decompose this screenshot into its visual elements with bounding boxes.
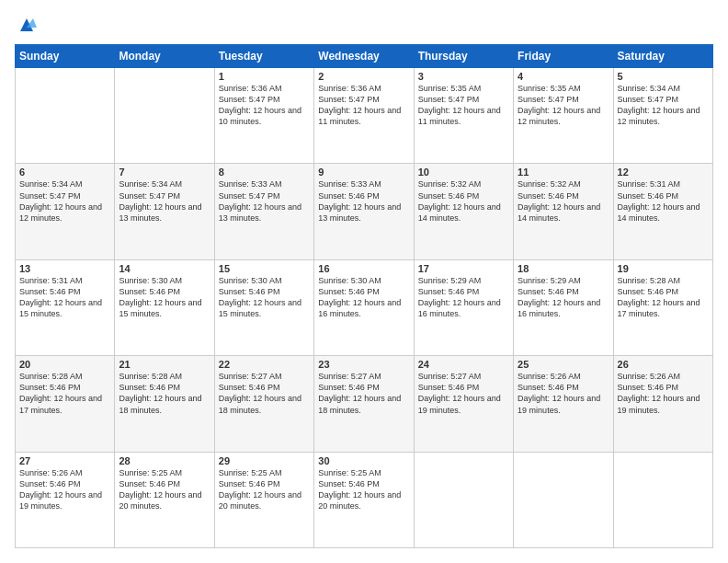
calendar-cell: 21Sunrise: 5:28 AM Sunset: 5:46 PM Dayli…	[115, 356, 214, 452]
calendar-cell: 19Sunrise: 5:28 AM Sunset: 5:46 PM Dayli…	[613, 259, 712, 355]
calendar-cell: 16Sunrise: 5:30 AM Sunset: 5:46 PM Dayli…	[314, 259, 414, 355]
day-info: Sunrise: 5:26 AM Sunset: 5:46 PM Dayligh…	[618, 371, 709, 416]
day-info: Sunrise: 5:34 AM Sunset: 5:47 PM Dayligh…	[19, 178, 110, 224]
day-info: Sunrise: 5:28 AM Sunset: 5:46 PM Dayligh…	[119, 371, 210, 416]
calendar-cell: 30Sunrise: 5:25 AM Sunset: 5:46 PM Dayli…	[314, 452, 414, 547]
day-info: Sunrise: 5:25 AM Sunset: 5:46 PM Dayligh…	[119, 467, 210, 512]
calendar-cell: 14Sunrise: 5:30 AM Sunset: 5:46 PM Dayli…	[115, 259, 214, 355]
day-number: 28	[119, 455, 210, 466]
calendar-cell: 17Sunrise: 5:29 AM Sunset: 5:46 PM Dayli…	[414, 259, 513, 355]
calendar-cell: 23Sunrise: 5:27 AM Sunset: 5:46 PM Dayli…	[314, 356, 414, 452]
calendar-cell: 15Sunrise: 5:30 AM Sunset: 5:46 PM Dayli…	[214, 259, 313, 355]
page: SundayMondayTuesdayWednesdayThursdayFrid…	[0, 0, 728, 563]
day-info: Sunrise: 5:28 AM Sunset: 5:46 PM Dayligh…	[618, 275, 709, 320]
day-info: Sunrise: 5:27 AM Sunset: 5:46 PM Dayligh…	[318, 371, 409, 416]
day-info: Sunrise: 5:30 AM Sunset: 5:46 PM Dayligh…	[318, 275, 409, 320]
day-number: 9	[318, 167, 409, 178]
calendar-cell: 12Sunrise: 5:31 AM Sunset: 5:46 PM Dayli…	[613, 164, 712, 259]
day-number: 15	[219, 263, 310, 274]
logo	[15, 15, 37, 35]
day-info: Sunrise: 5:34 AM Sunset: 5:47 PM Dayligh…	[119, 178, 210, 224]
weekday-header-wednesday: Wednesday	[314, 45, 414, 68]
weekday-header-friday: Friday	[514, 45, 613, 68]
day-info: Sunrise: 5:29 AM Sunset: 5:46 PM Dayligh…	[418, 275, 509, 320]
calendar-cell: 28Sunrise: 5:25 AM Sunset: 5:46 PM Dayli…	[115, 452, 214, 547]
day-info: Sunrise: 5:33 AM Sunset: 5:47 PM Dayligh…	[219, 178, 310, 224]
calendar-cell	[613, 452, 712, 547]
calendar-cell: 5Sunrise: 5:34 AM Sunset: 5:47 PM Daylig…	[613, 68, 712, 164]
logo-icon	[17, 15, 37, 35]
day-info: Sunrise: 5:29 AM Sunset: 5:46 PM Dayligh…	[518, 275, 609, 320]
calendar-cell: 18Sunrise: 5:29 AM Sunset: 5:46 PM Dayli…	[514, 259, 613, 355]
day-number: 13	[19, 263, 110, 274]
calendar-table: SundayMondayTuesdayWednesdayThursdayFrid…	[15, 44, 713, 548]
weekday-header-row: SundayMondayTuesdayWednesdayThursdayFrid…	[16, 45, 713, 68]
calendar-cell: 13Sunrise: 5:31 AM Sunset: 5:46 PM Dayli…	[16, 259, 115, 355]
calendar-cell	[16, 68, 115, 164]
weekday-header-saturday: Saturday	[613, 45, 712, 68]
calendar-cell: 6Sunrise: 5:34 AM Sunset: 5:47 PM Daylig…	[16, 164, 115, 259]
calendar-cell: 1Sunrise: 5:36 AM Sunset: 5:47 PM Daylig…	[214, 68, 313, 164]
day-number: 10	[418, 167, 509, 178]
day-number: 24	[418, 359, 509, 370]
calendar-cell: 20Sunrise: 5:28 AM Sunset: 5:46 PM Dayli…	[16, 356, 115, 452]
day-info: Sunrise: 5:33 AM Sunset: 5:46 PM Dayligh…	[318, 178, 409, 224]
day-info: Sunrise: 5:31 AM Sunset: 5:46 PM Dayligh…	[19, 275, 110, 320]
calendar-cell: 3Sunrise: 5:35 AM Sunset: 5:47 PM Daylig…	[414, 68, 513, 164]
day-number: 27	[19, 455, 110, 466]
day-info: Sunrise: 5:36 AM Sunset: 5:47 PM Dayligh…	[318, 83, 409, 128]
calendar-cell: 22Sunrise: 5:27 AM Sunset: 5:46 PM Dayli…	[214, 356, 313, 452]
calendar-cell: 24Sunrise: 5:27 AM Sunset: 5:46 PM Dayli…	[414, 356, 513, 452]
day-number: 23	[318, 359, 409, 370]
day-info: Sunrise: 5:28 AM Sunset: 5:46 PM Dayligh…	[19, 371, 110, 416]
calendar-cell	[514, 452, 613, 547]
day-number: 20	[19, 359, 110, 370]
calendar-cell: 8Sunrise: 5:33 AM Sunset: 5:47 PM Daylig…	[214, 164, 313, 259]
day-info: Sunrise: 5:36 AM Sunset: 5:47 PM Dayligh…	[219, 83, 310, 128]
calendar-week-1: 1Sunrise: 5:36 AM Sunset: 5:47 PM Daylig…	[16, 68, 713, 164]
calendar-cell: 9Sunrise: 5:33 AM Sunset: 5:46 PM Daylig…	[314, 164, 414, 259]
day-info: Sunrise: 5:30 AM Sunset: 5:46 PM Dayligh…	[219, 275, 310, 320]
day-number: 3	[418, 71, 509, 82]
day-number: 30	[318, 455, 409, 466]
day-number: 8	[219, 167, 310, 178]
day-number: 19	[618, 263, 709, 274]
calendar-week-3: 13Sunrise: 5:31 AM Sunset: 5:46 PM Dayli…	[16, 259, 713, 355]
day-number: 26	[618, 359, 709, 370]
calendar-cell	[414, 452, 513, 547]
day-info: Sunrise: 5:27 AM Sunset: 5:46 PM Dayligh…	[219, 371, 310, 416]
day-info: Sunrise: 5:25 AM Sunset: 5:46 PM Dayligh…	[318, 467, 409, 512]
calendar-cell: 25Sunrise: 5:26 AM Sunset: 5:46 PM Dayli…	[514, 356, 613, 452]
day-number: 7	[119, 167, 210, 178]
day-number: 17	[418, 263, 509, 274]
day-number: 4	[518, 71, 609, 82]
day-number: 16	[318, 263, 409, 274]
calendar-cell: 2Sunrise: 5:36 AM Sunset: 5:47 PM Daylig…	[314, 68, 414, 164]
calendar-week-4: 20Sunrise: 5:28 AM Sunset: 5:46 PM Dayli…	[16, 356, 713, 452]
day-number: 25	[518, 359, 609, 370]
calendar-cell: 4Sunrise: 5:35 AM Sunset: 5:47 PM Daylig…	[514, 68, 613, 164]
day-info: Sunrise: 5:35 AM Sunset: 5:47 PM Dayligh…	[418, 83, 509, 128]
day-number: 21	[119, 359, 210, 370]
day-number: 12	[618, 167, 709, 178]
day-info: Sunrise: 5:26 AM Sunset: 5:46 PM Dayligh…	[518, 371, 609, 416]
day-number: 22	[219, 359, 310, 370]
calendar-cell: 26Sunrise: 5:26 AM Sunset: 5:46 PM Dayli…	[613, 356, 712, 452]
weekday-header-sunday: Sunday	[16, 45, 115, 68]
day-info: Sunrise: 5:25 AM Sunset: 5:46 PM Dayligh…	[219, 467, 310, 512]
calendar-week-2: 6Sunrise: 5:34 AM Sunset: 5:47 PM Daylig…	[16, 164, 713, 259]
calendar-week-5: 27Sunrise: 5:26 AM Sunset: 5:46 PM Dayli…	[16, 452, 713, 547]
calendar-cell	[115, 68, 214, 164]
day-info: Sunrise: 5:34 AM Sunset: 5:47 PM Dayligh…	[618, 83, 709, 128]
weekday-header-tuesday: Tuesday	[214, 45, 313, 68]
calendar-cell: 10Sunrise: 5:32 AM Sunset: 5:46 PM Dayli…	[414, 164, 513, 259]
day-number: 14	[119, 263, 210, 274]
day-number: 2	[318, 71, 409, 82]
day-number: 1	[219, 71, 310, 82]
day-info: Sunrise: 5:27 AM Sunset: 5:46 PM Dayligh…	[418, 371, 509, 416]
calendar-cell: 27Sunrise: 5:26 AM Sunset: 5:46 PM Dayli…	[16, 452, 115, 547]
day-info: Sunrise: 5:32 AM Sunset: 5:46 PM Dayligh…	[518, 178, 609, 224]
day-info: Sunrise: 5:31 AM Sunset: 5:46 PM Dayligh…	[618, 178, 709, 224]
calendar-cell: 7Sunrise: 5:34 AM Sunset: 5:47 PM Daylig…	[115, 164, 214, 259]
day-number: 11	[518, 167, 609, 178]
